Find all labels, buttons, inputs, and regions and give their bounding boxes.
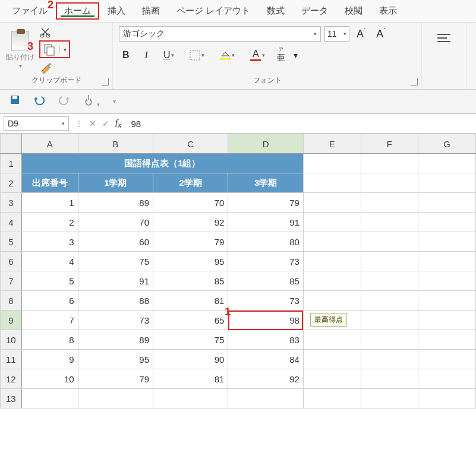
cell[interactable]: 79 [78, 369, 153, 389]
row-header-13[interactable]: 13 [1, 389, 22, 408]
cell[interactable] [228, 389, 303, 408]
font-name-select[interactable]: 游ゴシック▾ [119, 26, 321, 42]
col-header-E[interactable]: E [303, 134, 361, 154]
cell[interactable] [303, 213, 361, 232]
cell-header-d[interactable]: 3学期 [228, 173, 303, 193]
row-header-5[interactable]: 5 [1, 232, 22, 252]
cell[interactable] [303, 369, 361, 389]
decrease-font-button[interactable]: A [373, 27, 389, 42]
row-header-12[interactable]: 12 [1, 369, 22, 389]
cell-title[interactable]: 国語得点表（1組） [21, 154, 303, 173]
cell[interactable] [303, 389, 361, 408]
cell[interactable]: 81 [153, 291, 228, 311]
cell[interactable]: 73 [78, 311, 153, 330]
cell[interactable] [418, 154, 476, 173]
cell[interactable] [418, 350, 476, 369]
menu-view[interactable]: 表示 [371, 2, 405, 20]
cell[interactable]: 10 [21, 369, 78, 389]
cell[interactable]: 91 [228, 213, 303, 232]
paste-icon[interactable] [11, 31, 29, 51]
cell[interactable] [303, 291, 361, 311]
cell[interactable] [361, 193, 418, 213]
cell[interactable] [361, 389, 418, 408]
cell[interactable] [418, 311, 476, 330]
cell[interactable]: 8 [21, 330, 78, 350]
cancel-formula-icon[interactable]: ✕ [89, 119, 96, 128]
cell[interactable] [418, 232, 476, 252]
undo-button[interactable] [33, 94, 45, 108]
cell[interactable]: 70 [78, 213, 153, 232]
cell[interactable]: 6 [21, 291, 78, 311]
cell[interactable]: 4 [21, 252, 78, 271]
font-size-select[interactable]: 11▾ [324, 26, 349, 42]
cell[interactable]: 98 [228, 311, 303, 330]
col-header-B[interactable]: B [78, 134, 153, 154]
col-header-C[interactable]: C [153, 134, 228, 154]
increase-font-button[interactable]: A [353, 27, 369, 42]
cell[interactable] [361, 232, 418, 252]
cell[interactable] [361, 291, 418, 311]
menu-insert[interactable]: 挿入 [99, 2, 134, 20]
select-all-corner[interactable] [1, 134, 22, 154]
cell[interactable] [303, 173, 361, 193]
touch-mode-button[interactable]: ▾ [83, 93, 100, 109]
qat-customize[interactable]: ▾ [113, 98, 116, 104]
cell[interactable]: 70 [153, 193, 228, 213]
row-header-11[interactable]: 11 [1, 350, 22, 369]
row-header-10[interactable]: 10 [1, 330, 22, 350]
redo-button[interactable] [58, 94, 70, 108]
underline-button[interactable]: U▾ [160, 48, 178, 63]
cell[interactable]: 92 [153, 213, 228, 232]
cell[interactable]: 85 [228, 271, 303, 291]
cell[interactable] [361, 154, 418, 173]
cell[interactable] [303, 232, 361, 252]
cell[interactable] [361, 173, 418, 193]
row-header-6[interactable]: 6 [1, 252, 22, 271]
phonetic-guide-button[interactable]: ア亜 [277, 46, 285, 64]
save-button[interactable] [10, 94, 20, 108]
cell[interactable]: 5 [21, 271, 78, 291]
cell[interactable] [361, 369, 418, 389]
cell-header-c[interactable]: 2学期 [153, 173, 228, 193]
col-header-G[interactable]: G [418, 134, 476, 154]
cell-header-a[interactable]: 出席番号 [21, 173, 78, 193]
row-header-4[interactable]: 4 [1, 213, 22, 232]
cell[interactable] [418, 193, 476, 213]
cell[interactable] [418, 173, 476, 193]
cell[interactable] [361, 330, 418, 350]
copy-dropdown[interactable]: ▾ [59, 46, 67, 53]
cell[interactable] [303, 193, 361, 213]
cell[interactable]: 2 [21, 213, 78, 232]
italic-button[interactable]: I [141, 48, 152, 63]
cell[interactable] [361, 213, 418, 232]
cell[interactable] [361, 350, 418, 369]
row-header-2[interactable]: 2 [1, 173, 22, 193]
menu-formula[interactable]: 数式 [259, 2, 293, 20]
align-button[interactable] [430, 26, 458, 52]
row-header-1[interactable]: 1 [1, 154, 22, 173]
cell[interactable]: 73 [228, 291, 303, 311]
row-header-3[interactable]: 3 [1, 193, 22, 213]
cell-header-b[interactable]: 1学期 [78, 173, 153, 193]
cell[interactable]: 79 [228, 193, 303, 213]
cell[interactable]: 75 [153, 330, 228, 350]
cell[interactable] [418, 252, 476, 271]
formula-value[interactable]: 98 [127, 119, 141, 129]
cell[interactable]: 90 [153, 350, 228, 369]
cell[interactable]: 89 [78, 330, 153, 350]
cell[interactable]: 65 [153, 311, 228, 330]
copy-button[interactable] [43, 43, 56, 56]
font-dialog-launcher[interactable] [411, 78, 418, 86]
cell[interactable]: 84 [228, 350, 303, 369]
cell[interactable] [418, 369, 476, 389]
cell[interactable]: 80 [228, 232, 303, 252]
cell[interactable] [418, 213, 476, 232]
cell[interactable] [418, 291, 476, 311]
menu-page-layout[interactable]: ページ レイアウト [168, 2, 259, 20]
bold-button[interactable]: B [119, 48, 133, 63]
cell[interactable]: 95 [153, 252, 228, 271]
row-header-9[interactable]: 9 [1, 311, 22, 330]
cell[interactable]: 9 [21, 350, 78, 369]
cell[interactable] [418, 271, 476, 291]
cell[interactable] [303, 252, 361, 271]
